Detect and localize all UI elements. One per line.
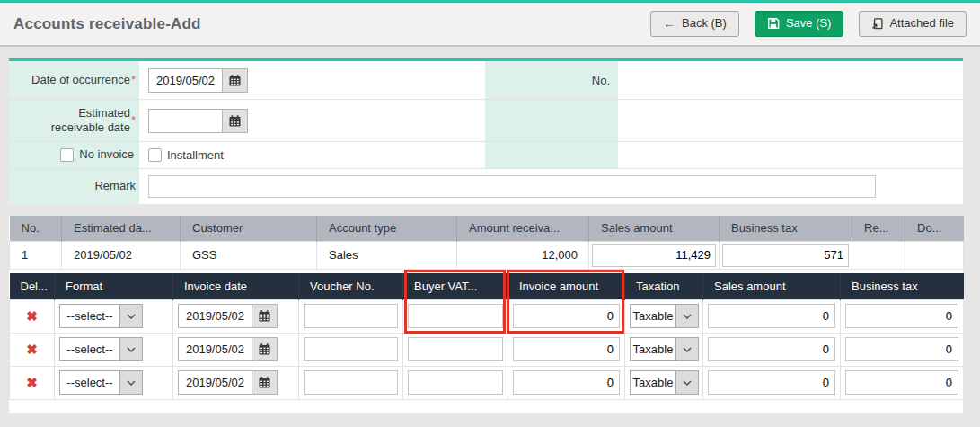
invoice-date-field	[178, 370, 278, 395]
summary-business-tax-input[interactable]	[722, 244, 849, 267]
checkbox-icon[interactable]	[60, 148, 74, 162]
attached-file-button[interactable]: Attached file	[859, 11, 967, 36]
required-marker: *	[131, 73, 136, 87]
buyer-vat-input[interactable]	[408, 304, 503, 328]
voucher-no-input[interactable]	[304, 370, 398, 395]
col-delete: Del...	[10, 273, 55, 300]
summary-table: No. Estimated da... Customer Account typ…	[9, 216, 964, 270]
form-section: Date of occurrence* No. Estimate	[9, 58, 963, 204]
col-account-type: Account type	[317, 216, 457, 241]
invoice-date-calendar-button[interactable]	[252, 305, 277, 327]
back-button-label: Back (B)	[682, 17, 727, 30]
invoice-amount-input[interactable]	[513, 304, 620, 328]
invoice-date-input[interactable]	[179, 305, 252, 327]
col-do: Do...	[905, 216, 964, 241]
taxation-select[interactable]: Taxable	[630, 337, 699, 361]
invoice-date-calendar-button[interactable]	[252, 371, 277, 394]
back-arrow-icon: ←	[663, 17, 675, 31]
row-sales-amount-input[interactable]	[708, 304, 835, 328]
taxation-select[interactable]: Taxable	[630, 370, 699, 395]
invoice-date-field	[178, 304, 278, 328]
required-marker: *	[131, 113, 136, 128]
attached-file-icon	[871, 18, 883, 30]
col-business-tax: Business tax	[841, 273, 964, 300]
mid-spacer	[485, 142, 618, 168]
no-field-label: No.	[485, 61, 618, 99]
invoice-header-row: Del... Format Invoice date Voucher No. B…	[10, 273, 964, 300]
no-invoice-checkbox[interactable]: No invoice	[60, 147, 134, 162]
remark-input[interactable]	[148, 175, 876, 198]
checkbox-icon[interactable]	[148, 148, 162, 162]
invoice-amount-input[interactable]	[513, 337, 620, 361]
col-business-tax: Business tax	[720, 216, 852, 241]
estimated-receivable-date-field	[148, 109, 248, 133]
col-invoice-date: Invoice date	[173, 273, 299, 300]
form-row-estimated-receivable-date: Estimated receivable date*	[9, 100, 963, 142]
summary-re	[852, 241, 905, 269]
invoice-amount-input[interactable]	[513, 370, 620, 395]
buyer-vat-input[interactable]	[408, 370, 503, 395]
invoice-row: ✖ --select--	[10, 333, 964, 366]
save-button[interactable]: Save (S)	[755, 11, 844, 36]
col-voucher-no: Voucher No.	[299, 273, 403, 300]
delete-row-button[interactable]: ✖	[10, 299, 55, 333]
row-business-tax-input[interactable]	[845, 304, 958, 328]
format-select[interactable]: --select--	[59, 370, 143, 395]
chevron-down-icon	[675, 371, 698, 394]
page-header: Accounts receivable-Add ← Back (B) Save …	[0, 3, 980, 47]
date-of-occurrence-field	[148, 68, 248, 93]
summary-estimated-date: 2019/05/02	[62, 241, 181, 269]
installment-checkbox[interactable]: Installment	[148, 148, 224, 162]
invoice-date-input[interactable]	[179, 371, 252, 394]
invoice-date-calendar-button[interactable]	[252, 338, 277, 360]
save-icon	[767, 17, 780, 30]
chevron-down-icon	[119, 305, 142, 327]
row-sales-amount-input[interactable]	[708, 337, 835, 361]
calendar-icon	[259, 310, 270, 322]
estimated-receivable-date-calendar-button[interactable]	[222, 110, 247, 132]
back-button[interactable]: ← Back (B)	[650, 11, 739, 37]
page-title: Accounts receivable-Add	[13, 15, 201, 33]
col-buyer-vat: Buyer VAT...	[403, 273, 508, 300]
estimated-receivable-date-input[interactable]	[149, 110, 222, 132]
summary-customer: GSS	[181, 241, 317, 269]
taxation-select[interactable]: Taxable	[630, 304, 699, 328]
calendar-icon	[229, 75, 241, 86]
attached-file-button-label: Attached file	[889, 17, 954, 30]
summary-account-type: Sales	[317, 241, 457, 269]
col-customer: Customer	[181, 216, 317, 241]
chevron-down-icon	[675, 338, 698, 360]
col-amount-receivable: Amount receiva...	[457, 216, 589, 241]
invoice-date-field	[178, 337, 278, 361]
col-format: Format	[55, 273, 173, 300]
remark-label: Remark	[9, 169, 139, 204]
mid-spacer	[485, 100, 618, 141]
summary-amount-receivable: 12,000	[457, 241, 589, 269]
invoice-row: ✖ --select--	[10, 299, 964, 333]
buyer-vat-input[interactable]	[408, 337, 503, 361]
content-area: Date of occurrence* No. Estimate	[0, 47, 980, 413]
date-of-occurrence-input[interactable]	[149, 69, 222, 92]
summary-sales-amount-input[interactable]	[592, 244, 716, 267]
voucher-no-input[interactable]	[304, 304, 398, 328]
col-no: No.	[10, 216, 62, 241]
delete-row-button[interactable]: ✖	[10, 366, 55, 399]
col-re: Re...	[852, 216, 905, 241]
summary-row: 1 2019/05/02 GSS Sales 12,000	[10, 241, 964, 269]
format-select[interactable]: --select--	[59, 337, 143, 361]
row-sales-amount-input[interactable]	[708, 370, 835, 395]
save-button-label: Save (S)	[786, 17, 832, 30]
invoice-date-input[interactable]	[179, 338, 252, 360]
format-select[interactable]: --select--	[59, 304, 143, 328]
date-of-occurrence-calendar-button[interactable]	[222, 69, 247, 92]
row-business-tax-input[interactable]	[845, 370, 958, 395]
voucher-no-input[interactable]	[304, 337, 398, 361]
col-sales-amount: Sales amount	[589, 216, 720, 241]
no-invoice-label: No invoice	[79, 147, 134, 162]
form-row-date-of-occurrence: Date of occurrence* No.	[9, 61, 963, 100]
delete-row-button[interactable]: ✖	[10, 333, 55, 366]
summary-do	[905, 241, 964, 269]
row-business-tax-input[interactable]	[845, 337, 958, 361]
col-estimated-date: Estimated da...	[62, 216, 181, 241]
summary-header-row: No. Estimated da... Customer Account typ…	[10, 216, 964, 241]
